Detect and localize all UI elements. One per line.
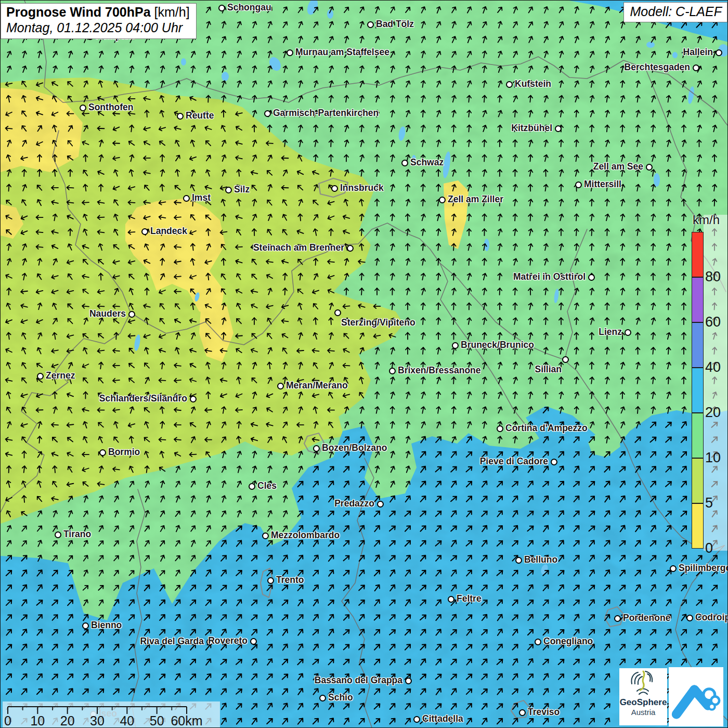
legend-color-block <box>692 413 704 458</box>
scalebar-label: 50 <box>150 713 164 727</box>
city-marker-icon <box>686 615 693 621</box>
city-label: Bormio <box>108 447 140 458</box>
city-label: Predazzo <box>334 498 374 509</box>
city-label: Pieve di Cadore <box>480 456 548 467</box>
city-marker-icon <box>347 245 354 252</box>
city-label: Trento <box>276 575 304 586</box>
city-marker-icon <box>277 383 284 389</box>
geosphere-logo-subtext: Austria <box>619 708 667 717</box>
city-marker-icon <box>264 110 271 117</box>
city-label: Landeck <box>150 226 187 237</box>
city-marker-icon <box>670 565 677 572</box>
city-marker-icon <box>80 105 86 111</box>
city-marker-icon <box>334 309 341 316</box>
city-label: Treviso <box>528 707 560 718</box>
city-label: Steinach am Brenner <box>253 242 344 253</box>
city-marker-icon <box>625 329 631 336</box>
city-marker-icon <box>313 445 320 452</box>
weather-map-screen: { "title": { "line1_bold": "Prognose Win… <box>0 0 728 728</box>
city-label: Imst <box>192 192 211 203</box>
city-label: Bassano del Grappa <box>315 675 402 686</box>
city-marker-icon <box>262 532 269 539</box>
city-marker-icon <box>405 678 412 684</box>
city-label: Bozen/Bolzano <box>322 443 387 453</box>
city-label: Schlanders/Silandro <box>99 393 187 404</box>
city-label: Pordenone <box>623 613 670 623</box>
legend-value-label: 80 <box>705 269 721 285</box>
city-label: Schwaz <box>410 157 444 168</box>
geosphere-logo-icon <box>628 668 659 696</box>
city-marker-icon <box>37 373 44 380</box>
city-label: Rovereto <box>208 635 248 646</box>
city-label: Mezzolombardo <box>271 530 340 541</box>
scalebar-label: 60km <box>171 713 202 727</box>
city-marker-icon <box>267 577 274 584</box>
city-marker-icon <box>555 125 562 132</box>
city-label: Schongau <box>227 2 271 13</box>
legend-color-block <box>692 232 704 277</box>
city-marker-icon <box>128 311 135 318</box>
city-label: Nauders <box>89 308 126 319</box>
legend-unit-label: km/h <box>693 213 720 227</box>
legend-color-block <box>692 503 704 549</box>
city-label: Meran/Merano <box>286 380 348 391</box>
map-title-box: Prognose Wind 700hPa [km/h] Montag, 01.1… <box>1 3 197 39</box>
city-label: Silz <box>234 184 250 195</box>
city-label: Murnau am Staffelsee <box>295 47 389 58</box>
city-label: Sterzing/Vipiteno <box>341 317 415 328</box>
city-marker-icon <box>177 113 184 120</box>
legend-color-block <box>692 322 704 368</box>
city-marker-icon <box>646 164 653 171</box>
city-marker-icon <box>439 197 446 203</box>
city-label: Brixen/Bressanone <box>398 365 481 376</box>
city-label: Feltre <box>457 593 482 604</box>
city-marker-icon <box>249 483 255 490</box>
city-label: Cittadella <box>422 713 463 724</box>
city-marker-icon <box>377 501 384 508</box>
city-marker-icon <box>141 228 148 235</box>
scalebar-label: 10 <box>30 713 45 727</box>
city-marker-icon <box>515 557 522 564</box>
city-label: Kitzbühel <box>511 123 552 134</box>
city-marker-icon <box>588 274 595 281</box>
city-marker-icon <box>183 195 190 202</box>
city-marker-icon <box>575 181 582 188</box>
city-label: Hallein <box>683 47 713 58</box>
city-marker-icon <box>614 615 621 622</box>
city-marker-icon <box>535 639 541 645</box>
title-text: Prognose Wind 700hPa <box>6 5 151 19</box>
city-marker-icon <box>497 425 503 432</box>
city-marker-icon <box>506 81 513 88</box>
legend-color-block <box>692 368 704 413</box>
scalebar-label: 30 <box>90 713 105 727</box>
city-label: Tirano <box>63 529 91 540</box>
legend-value-label: 5 <box>705 495 713 511</box>
city-label: Spilimbergo <box>679 563 728 574</box>
title-unit: [km/h] <box>151 5 190 19</box>
city-label: Bruneck/Brunico <box>461 340 534 350</box>
legend-value-label: 60 <box>705 314 721 330</box>
city-marker-icon <box>367 21 374 28</box>
city-label: Reutte <box>186 110 214 121</box>
city-label: Mittersill <box>584 179 621 190</box>
city-marker-icon <box>250 638 257 645</box>
city-label: Zernez <box>46 370 75 381</box>
city-label: Lienz <box>599 327 622 337</box>
page-title: Prognose Wind 700hPa [km/h] <box>6 5 190 20</box>
mountain-cloud-icon <box>669 667 723 726</box>
city-marker-icon <box>693 64 699 71</box>
scalebar-label: 20 <box>60 713 75 727</box>
geosphere-logo-text: GeoSphere <box>619 697 667 708</box>
city-label: Bad Tölz <box>376 19 414 30</box>
city-marker-icon <box>562 356 569 363</box>
city-marker-icon <box>448 596 454 603</box>
city-marker-icon <box>82 622 89 629</box>
city-label: Bienno <box>91 620 122 631</box>
city-label: Cles <box>257 480 277 491</box>
legend-value-label: 20 <box>705 405 721 421</box>
scalebar-label: 40 <box>120 713 134 727</box>
geosphere-logo-box: GeoSphere Austria <box>619 668 667 725</box>
city-layer: SchongauBad TölzKemptenMurnau am Staffel… <box>1 1 727 727</box>
city-marker-icon <box>413 716 420 723</box>
city-marker-icon <box>287 49 293 56</box>
